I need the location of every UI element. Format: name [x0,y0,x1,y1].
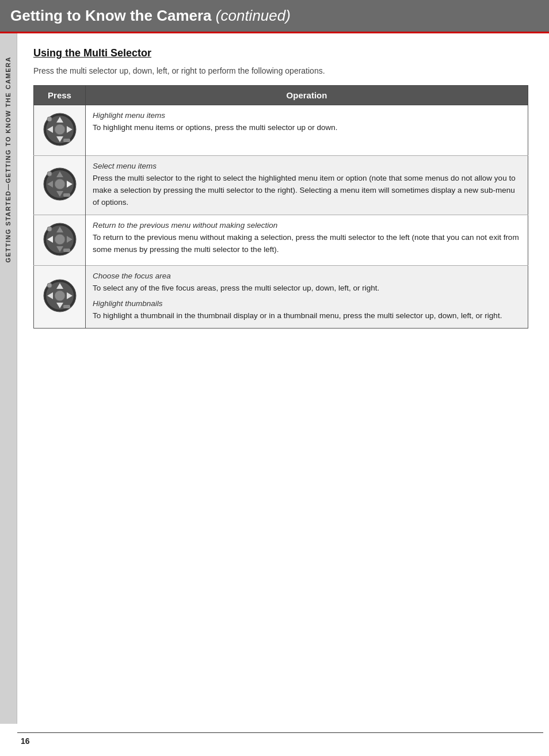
header-banner: Getting to Know the Camera (continued) [0,0,549,32]
op-title-3: Return to the previous menu without maki… [93,221,521,230]
table-header-row: Press Operation [34,86,528,105]
table-row: Return to the previous menu without maki… [34,215,528,265]
op-body-4b: To highlight a thumbnail in the thumbnai… [93,311,502,320]
operation-cell-1: Highlight menu items To highlight menu i… [86,105,528,156]
multi-selector-left-icon [41,221,78,259]
main-wrapper: GETTING STARTED—GETTING TO KNOW THE CAME… [0,33,549,724]
operation-cell-2: Select menu items Press the multi select… [86,156,528,215]
svg-rect-26 [63,249,70,252]
op-title-2: Select menu items [93,162,521,170]
header-title: Getting to Know the Camera (continued) [10,7,291,25]
section-heading: Using the Multi Selector [33,47,528,59]
svg-rect-17 [63,193,70,197]
intro-text: Press the multi selector up, down, left,… [33,65,528,77]
multi-selector-all-icon [41,277,78,316]
press-icon-cell [34,265,86,328]
footer-line [17,732,543,734]
op-title-4b: Highlight thumbnails [93,299,521,308]
svg-point-25 [47,227,52,231]
press-icon-cell [34,215,86,265]
svg-point-6 [55,124,65,135]
multi-selector-right-icon [41,166,78,204]
table-row: Select menu items Press the multi select… [34,156,528,215]
op-body-1: To highlight menu items or options, pres… [93,123,337,132]
svg-point-15 [55,179,65,189]
press-icon-cell [34,156,86,215]
header-subtitle: (continued) [216,7,291,24]
op-body-2: Press the multi selector to the right to… [93,174,516,207]
content-area: Using the Multi Selector Press the multi… [17,33,549,724]
operation-cell-3: Return to the previous menu without maki… [86,215,528,265]
table-row: Choose the focus area To select any of t… [34,265,528,328]
operation-cell-4: Choose the focus area To select any of t… [86,265,528,328]
svg-rect-35 [63,305,70,308]
svg-point-33 [55,291,65,301]
press-icon-cell [34,105,86,156]
multi-selector-up-down-icon [41,111,78,150]
selector-table: Press Operation [33,85,528,329]
sidebar-tab-text: GETTING STARTED—GETTING TO KNOW THE CAME… [5,56,12,262]
op-body-4a: To select any of the five focus areas, p… [93,282,521,295]
svg-rect-8 [63,139,70,142]
op-title-4a: Choose the focus area [93,272,521,280]
op-title-1: Highlight menu items [93,111,521,120]
svg-point-7 [47,117,52,121]
page-number: 16 [21,736,30,746]
svg-point-16 [47,171,52,176]
table-row: Highlight menu items To highlight menu i… [34,105,528,156]
svg-point-24 [55,234,65,245]
sidebar-tab: GETTING STARTED—GETTING TO KNOW THE CAME… [0,33,17,724]
svg-point-34 [47,283,52,288]
op-body-3: To return to the previous menu without m… [93,233,519,254]
col-operation: Operation [86,86,528,105]
col-press: Press [34,86,86,105]
